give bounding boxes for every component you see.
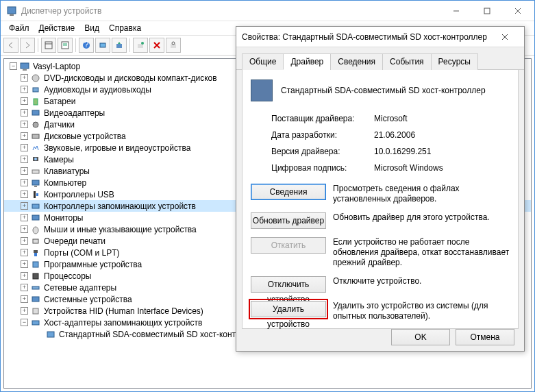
forward-button[interactable] <box>20 38 35 53</box>
update-driver-button[interactable]: Обновить драйвер <box>251 212 326 229</box>
tree-category-label: Клавиатуры <box>44 167 90 176</box>
category-icon <box>30 236 41 247</box>
cancel-button[interactable]: Отмена <box>456 329 514 345</box>
svg-point-16 <box>141 42 144 45</box>
collapse-icon[interactable]: − <box>10 62 17 70</box>
category-icon <box>30 177 41 188</box>
menu-action[interactable]: Действие <box>35 22 79 34</box>
uninstall-device-button[interactable]: Удалить устройство <box>251 301 326 317</box>
tree-category-label: Дисковые устройства <box>44 132 126 141</box>
driver-tab-panel: Стандартный SDA-совместимый SD хост-конт… <box>242 70 519 329</box>
svg-rect-32 <box>32 180 39 185</box>
update-driver-button[interactable] <box>112 38 127 53</box>
tree-category-label: Компьютер <box>44 178 86 188</box>
svg-point-27 <box>33 122 38 127</box>
svg-rect-48 <box>47 332 54 337</box>
rollback-driver-desc: Если устройство не работает после обновл… <box>333 237 510 268</box>
tab-details[interactable]: Сведения <box>330 53 383 70</box>
properties-button[interactable] <box>58 38 73 53</box>
sig-label: Цифровая подпись: <box>271 163 374 173</box>
expand-icon[interactable]: + <box>21 156 28 163</box>
svg-text:?: ? <box>84 41 89 49</box>
refresh-button[interactable] <box>166 38 181 53</box>
category-icon <box>30 212 41 223</box>
uninstall-button[interactable] <box>149 38 164 53</box>
category-icon <box>30 282 41 293</box>
ok-button[interactable]: OK <box>391 329 450 345</box>
driver-details-button[interactable]: Сведения <box>251 184 326 200</box>
tree-category-label: Системные устройства <box>44 295 132 304</box>
tree-category-label: Контроллеры запоминающих устройств <box>44 201 196 211</box>
svg-rect-35 <box>36 193 38 196</box>
tree-root-label: Vasyl-Laptop <box>33 62 80 71</box>
svg-rect-3 <box>484 8 490 14</box>
sig-value: Microsoft Windows <box>374 163 510 173</box>
close-button[interactable] <box>502 1 533 21</box>
show-hide-tree-button[interactable] <box>41 38 56 53</box>
maximize-button[interactable] <box>471 1 502 21</box>
help-button[interactable]: ? <box>79 38 94 53</box>
disable-device-button[interactable]: Отключить устройство <box>251 276 326 293</box>
expand-icon[interactable]: + <box>21 214 28 221</box>
expand-icon[interactable]: + <box>21 237 28 245</box>
tree-category-label: DVD-дисководы и дисководы компакт-дисков <box>44 73 217 83</box>
menu-view[interactable]: Вид <box>80 22 103 34</box>
tree-category-label: Аудиовходы и аудиовыходы <box>44 85 151 95</box>
storage-controller-icon <box>45 329 56 340</box>
expand-icon[interactable]: + <box>21 86 28 93</box>
minimize-button[interactable] <box>440 1 471 21</box>
menu-file[interactable]: Файл <box>5 22 34 34</box>
expand-icon[interactable]: + <box>21 202 28 210</box>
tab-general[interactable]: Общие <box>242 53 284 70</box>
expand-icon[interactable]: + <box>21 132 28 140</box>
svg-rect-41 <box>34 253 37 256</box>
vendor-value: Microsoft <box>374 114 510 123</box>
computer-icon <box>19 61 30 72</box>
expand-icon[interactable]: + <box>21 97 28 105</box>
tree-category-label: Датчики <box>44 120 75 130</box>
uninstall-device-desc: Удалить это устройство из системы (для о… <box>333 301 510 321</box>
expand-icon[interactable]: + <box>21 260 28 268</box>
vendor-label: Поставщик драйвера: <box>271 114 374 123</box>
scan-hardware-button[interactable] <box>95 38 110 53</box>
svg-rect-21 <box>21 63 29 69</box>
back-button[interactable] <box>3 38 18 53</box>
expand-icon[interactable]: + <box>21 191 28 198</box>
expand-icon[interactable]: + <box>21 249 28 256</box>
driver-details-desc: Просмотреть сведения о файлах установлен… <box>333 184 510 204</box>
tree-category-label: Сетевые адаптеры <box>44 283 116 293</box>
category-icon <box>30 73 41 84</box>
collapse-icon[interactable]: − <box>21 319 28 326</box>
svg-rect-44 <box>32 286 39 289</box>
dialog-title: Свойства: Стандартный SDA-совместимый SD… <box>242 32 491 42</box>
category-icon <box>30 108 41 119</box>
window-title: Диспетчер устройств <box>21 6 440 16</box>
expand-icon[interactable]: + <box>21 74 28 82</box>
tree-category-label: Контроллеры USB <box>44 190 114 199</box>
enable-button[interactable] <box>133 38 148 53</box>
expand-icon[interactable]: + <box>21 284 28 291</box>
category-icon <box>30 143 41 154</box>
category-icon <box>30 131 41 142</box>
tab-driver[interactable]: Драйвер <box>283 53 331 70</box>
tab-resources[interactable]: Ресурсы <box>431 53 478 70</box>
expand-icon[interactable]: + <box>21 179 28 186</box>
device-name: Стандартный SDA-совместимый SD хост-конт… <box>281 86 486 95</box>
expand-icon[interactable]: + <box>21 144 28 151</box>
expand-icon[interactable]: + <box>21 295 28 303</box>
dialog-close-button[interactable] <box>491 27 519 47</box>
tab-events[interactable]: События <box>382 53 432 70</box>
menu-help[interactable]: Справка <box>105 22 145 34</box>
tree-category-label: Мониторы <box>44 213 83 223</box>
expand-icon[interactable]: + <box>21 272 28 280</box>
dialog-titlebar: Свойства: Стандартный SDA-совместимый SD… <box>236 27 524 47</box>
category-icon <box>30 294 41 305</box>
category-icon <box>30 189 41 200</box>
version-value: 10.0.16299.251 <box>374 147 510 156</box>
expand-icon[interactable]: + <box>21 307 28 315</box>
expand-icon[interactable]: + <box>21 225 28 233</box>
expand-icon[interactable]: + <box>21 167 28 175</box>
expand-icon[interactable]: + <box>21 121 28 128</box>
category-icon <box>30 306 41 317</box>
expand-icon[interactable]: + <box>21 109 28 117</box>
